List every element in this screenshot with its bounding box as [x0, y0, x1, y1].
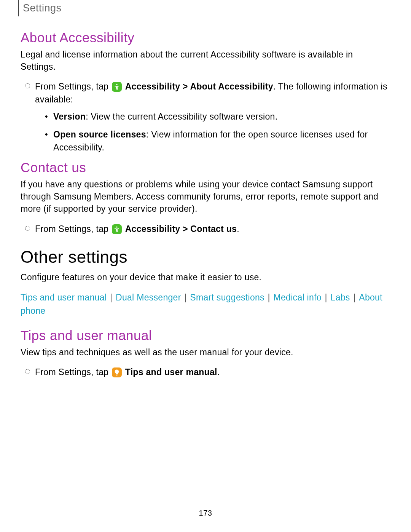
page-number: 173: [0, 509, 411, 518]
lightbulb-icon: [112, 367, 122, 377]
open-source-item: Open source licenses: View information f…: [53, 128, 388, 154]
svg-point-0: [116, 84, 117, 85]
version-label: Version: [53, 112, 86, 121]
contact-us-intro: If you have any questions or problems wh…: [21, 178, 388, 215]
about-accessibility-step: From Settings, tap Accessibility > About…: [35, 80, 388, 154]
heading-tips-and-user-manual: Tips and user manual: [21, 328, 388, 343]
tips-step: From Settings, tap Tips and user manual.: [35, 366, 388, 379]
other-settings-intro: Configure features on your device that m…: [21, 271, 388, 283]
heading-other-settings: Other settings: [21, 248, 388, 267]
heading-contact-us: Contact us: [21, 160, 388, 175]
about-accessibility-intro: Legal and license information about the …: [21, 48, 388, 73]
link-separator: |: [182, 292, 190, 302]
heading-about-accessibility: About Accessibility: [21, 30, 388, 45]
link-separator: |: [351, 292, 358, 302]
tips-intro: View tips and techniques as well as the …: [21, 346, 388, 358]
link-separator: |: [265, 292, 273, 302]
svg-point-1: [116, 226, 117, 227]
step-prefix: From Settings, tap: [35, 367, 111, 377]
version-item: Version: View the current Accessibility …: [53, 110, 388, 123]
step-bold: Accessibility > About Accessibility: [125, 81, 273, 91]
link-smart-suggestions[interactable]: Smart suggestions: [190, 292, 264, 302]
link-separator: |: [107, 292, 115, 302]
link-separator: |: [322, 292, 330, 302]
link-tips-and-user-manual[interactable]: Tips and user manual: [21, 292, 107, 302]
accessibility-icon: [112, 224, 122, 234]
step-bold: Accessibility > Contact us: [125, 224, 237, 234]
version-text: : View the current Accessibility softwar…: [86, 112, 277, 121]
step-suffix: .: [237, 224, 239, 234]
link-labs[interactable]: Labs: [331, 292, 350, 302]
link-medical-info[interactable]: Medical info: [274, 292, 322, 302]
opensource-label: Open source licenses: [53, 129, 146, 139]
accessibility-icon: [112, 82, 122, 92]
link-dual-messenger[interactable]: Dual Messenger: [116, 292, 181, 302]
step-suffix: .: [217, 367, 220, 377]
breadcrumb: Settings: [18, 0, 388, 16]
other-settings-links: Tips and user manual | Dual Messenger | …: [21, 291, 388, 317]
step-bold: Tips and user manual: [125, 367, 217, 377]
contact-us-step: From Settings, tap Accessibility > Conta…: [35, 223, 388, 235]
step-prefix: From Settings, tap: [35, 81, 111, 91]
step-prefix: From Settings, tap: [35, 224, 111, 234]
